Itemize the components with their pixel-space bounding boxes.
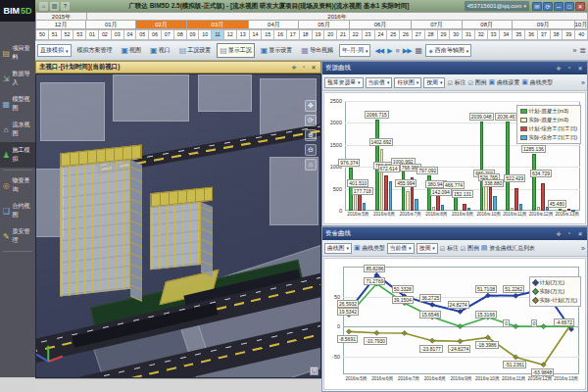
refresh-button[interactable]: ⟳ [543, 2, 553, 11]
pin-icon[interactable]: ✛ [555, 230, 563, 237]
annotate-checkbox[interactable]: ☑ [447, 79, 452, 86]
plan-management-button[interactable]: 模拟方案管理 [74, 43, 116, 58]
home-view-icon[interactable]: ⌂ [305, 159, 317, 171]
timeline-week-cell[interactable]: 15 [262, 29, 274, 40]
maximize-button[interactable]: □ [564, 2, 574, 11]
timeline-week-cell[interactable]: 51 [49, 29, 62, 40]
timeline-week-cell[interactable]: 27 [413, 29, 425, 40]
timeline-week-cell[interactable]: 21 [337, 29, 350, 40]
timeline-week-cell[interactable]: 09 [187, 29, 200, 40]
timeline-week-cell[interactable]: 29 [438, 29, 451, 40]
timeline-month-cell[interactable]: 08月 [463, 21, 513, 29]
timeline-week-cell[interactable]: 08 [174, 29, 187, 40]
stop-button[interactable]: ■ [395, 47, 400, 54]
timeline-week-cell[interactable]: 24 [375, 29, 388, 40]
timeline-week-cell[interactable]: 12 [224, 29, 237, 40]
close-button[interactable]: ✕ [575, 2, 585, 11]
timeline-month-cell[interactable]: 05月 [299, 21, 349, 29]
simulation-mode-dropdown[interactable]: 直接模拟 ▾ [37, 44, 72, 57]
mail-button[interactable]: ✉ [532, 2, 542, 11]
resource-period-dropdown[interactable]: 按周 ▾ [423, 77, 445, 88]
timeline-week-cell[interactable]: 10 [199, 29, 212, 40]
annotate-checkbox[interactable]: ☑ [440, 245, 445, 252]
timeline-week-cell[interactable]: 52 [62, 29, 74, 40]
toolbar-overflow-button[interactable]: » [572, 47, 576, 54]
curve-type-button[interactable]: 曲线类型 [363, 244, 385, 253]
orbit-icon[interactable]: ⟳ [305, 115, 317, 126]
timeline-week-cell[interactable]: 11 [212, 29, 224, 40]
show-work-condition-button[interactable]: ▤ 显示工况 [217, 43, 255, 58]
sidebar-item-6[interactable]: ❏合约视图 [0, 198, 35, 223]
timeline-week-cell[interactable]: 39 [563, 29, 575, 40]
sidebar-item-7[interactable]: ✎质安管理 [0, 223, 35, 249]
timeline-week-cell[interactable]: 07 [162, 29, 174, 40]
account-menu[interactable]: 453715601@qq.com ▾ [465, 1, 529, 11]
timeline-month-cell[interactable]: 10月 [575, 21, 588, 29]
resource-chart-type-dropdown[interactable]: 柱状图 ▾ [394, 77, 421, 88]
timeline-month-cell[interactable]: 01月 [86, 21, 136, 29]
view-button[interactable]: ▣ 视图 [119, 43, 145, 58]
close-icon[interactable]: ✕ [310, 64, 318, 71]
timeline-month-cell[interactable]: 09月 [513, 21, 575, 29]
timeline-week-cell[interactable]: 30 [450, 29, 463, 40]
sidebar-item-1[interactable]: ⇲数据导入 [0, 66, 35, 91]
timeline-week-cell[interactable]: 18 [300, 29, 313, 40]
save-icon[interactable]: ▥ [50, 2, 59, 11]
3d-viewport[interactable]: ✥⟳⊕⊖⌂ ◱ [35, 74, 321, 378]
fund-summary-list-button[interactable]: 资金曲线汇总列表 [489, 244, 534, 253]
timeline-week-cell[interactable]: 50 [36, 29, 49, 40]
close-icon[interactable]: ✕ [576, 65, 584, 72]
maximize-icon[interactable]: ▫ [300, 64, 308, 71]
sidebar-item-4[interactable]: ♟施工模拟 [0, 142, 35, 168]
timeline-week-cell[interactable]: 20 [324, 29, 337, 40]
timeline-week-cell[interactable]: 01 [86, 29, 99, 40]
sidebar-item-3[interactable]: ⌂流水视图 [0, 117, 35, 142]
timeline-week-cell[interactable]: 28 [425, 29, 438, 40]
timeline-week-cell[interactable]: 04 [124, 29, 137, 40]
sidebar-item-0[interactable]: ▤项目资料 [0, 40, 35, 66]
sidebar-item-2[interactable]: ▦模型视图 [0, 91, 35, 117]
timeline-week-cell[interactable]: 02 [99, 29, 112, 40]
timeline-week-cell[interactable]: 35 [513, 29, 525, 40]
curve-type-button[interactable]: 曲线类型 [530, 78, 553, 87]
play-button[interactable]: ▶ [386, 47, 392, 55]
timeline-week-cell[interactable]: 34 [500, 29, 513, 40]
sidebar-item-5[interactable]: ◎物资查询 [0, 172, 35, 198]
legend-checkbox[interactable]: ☑ [467, 79, 472, 86]
timeline-week-cell[interactable]: 25 [387, 29, 400, 40]
pan-icon[interactable]: ✥ [305, 100, 317, 112]
timeline-week-cell[interactable]: 53 [74, 29, 86, 40]
timeline-week-cell[interactable]: 03 [112, 29, 124, 40]
panel-overflow-button[interactable]: » [581, 79, 585, 86]
display-settings-button[interactable]: ▣ 显示设置 [258, 43, 296, 58]
timeline-month-cell[interactable]: 07月 [412, 21, 462, 29]
export-video-button[interactable]: ▦ 导出视频 [298, 43, 336, 58]
minimize-button[interactable]: ─ [554, 2, 564, 11]
resource-source-dropdown[interactable]: 预算资源量 ▾ [324, 77, 364, 88]
time-scale-dropdown[interactable]: 年-月-周 ▾ [339, 44, 371, 57]
fund-value-mode-dropdown[interactable]: 当前值 ▾ [387, 243, 415, 254]
timeline-week-cell[interactable]: 22 [350, 29, 363, 40]
timeline-week-cell[interactable]: 05 [136, 29, 149, 40]
zoom-out-icon[interactable]: ⊖ [305, 144, 317, 156]
fund-period-dropdown[interactable]: 按周 ▾ [416, 243, 438, 254]
ladder-icon[interactable]: ≣ [579, 46, 586, 55]
app-icon[interactable]: ⌂ [39, 2, 48, 11]
timeline-week-cell[interactable]: 19 [313, 29, 325, 40]
timeline-week-cell[interactable]: 36 [525, 29, 538, 40]
timeline-week-cell[interactable]: 16 [274, 29, 287, 40]
maximize-icon[interactable]: ▫ [565, 230, 573, 237]
timeline-week-cell[interactable]: 14 [250, 29, 263, 40]
timeline-week-cell[interactable]: 31 [463, 29, 475, 40]
zoom-in-icon[interactable]: ⊕ [305, 129, 317, 141]
work-condition-settings-button[interactable]: ▤ 工况设置 [176, 43, 215, 58]
curve-settings-button[interactable]: 曲线设置 [497, 78, 519, 87]
pin-icon[interactable]: ✛ [290, 64, 298, 71]
timeline-month-cell[interactable]: 06月 [350, 21, 413, 29]
timeline-month-cell[interactable]: 02月 [136, 21, 186, 29]
close-icon[interactable]: ✕ [576, 230, 584, 237]
timeline-week-cell[interactable]: 38 [551, 29, 564, 40]
timeline-month-cell[interactable]: 12月 [36, 21, 86, 29]
rewind-button[interactable]: ◀◀ [373, 47, 384, 55]
legend-checkbox[interactable]: ☑ [461, 245, 466, 252]
